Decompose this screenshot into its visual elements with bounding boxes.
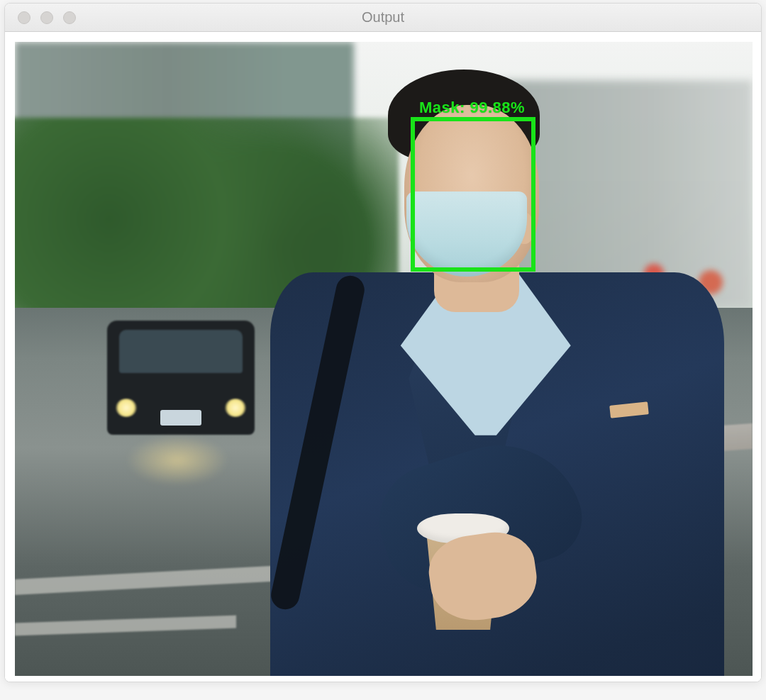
vehicle-plate (160, 410, 201, 426)
output-image: Mask: 99.88% (15, 42, 753, 676)
close-icon[interactable] (18, 11, 30, 24)
vehicle-reflection (126, 435, 229, 486)
vehicle-windshield (119, 330, 243, 373)
vehicle-headlight (116, 399, 136, 417)
vehicle-headlight (225, 399, 245, 417)
window-controls (18, 11, 76, 24)
zoom-icon[interactable] (63, 11, 76, 24)
minimize-icon[interactable] (40, 11, 53, 24)
window-content: Mask: 99.88% (5, 32, 761, 682)
detection-label: Mask: 99.88% (419, 99, 525, 117)
scene-vehicle (107, 321, 255, 435)
window-titlebar[interactable]: Output (5, 4, 761, 32)
window-title: Output (362, 9, 404, 26)
scene-illustration (15, 42, 753, 676)
app-window: Output (4, 3, 762, 682)
detection-bounding-box (411, 117, 535, 272)
